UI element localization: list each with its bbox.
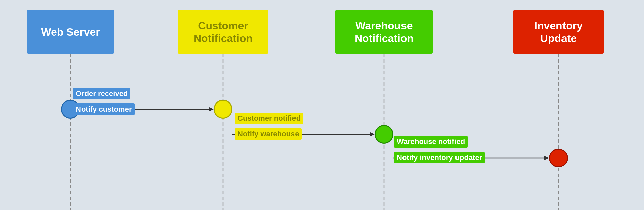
message-order-received: Order received [73, 88, 130, 99]
svg-marker-7 [370, 132, 375, 137]
message-notify-inventory: Notify inventory updater [394, 152, 485, 163]
message-warehouse-notified: Warehouse notified [394, 136, 468, 148]
circle-inventory [549, 149, 568, 167]
actor-inventory-update: Inventory Update [513, 10, 604, 54]
message-notify-warehouse: Notify warehouse [235, 128, 302, 140]
actor-web-server: Web Server [27, 10, 114, 54]
actor-customer-notification: Customer Notification [178, 10, 268, 54]
circle-customer [214, 100, 232, 119]
sequence-diagram: Web Server Customer Notification Warehou… [0, 0, 644, 210]
svg-marker-9 [544, 156, 549, 160]
message-customer-notified: Customer notified [235, 113, 303, 124]
actor-warehouse-notification: Warehouse Notification [335, 10, 433, 54]
circle-warehouse [375, 125, 393, 144]
svg-marker-5 [209, 107, 214, 112]
message-notify-customer: Notify customer [73, 103, 135, 115]
